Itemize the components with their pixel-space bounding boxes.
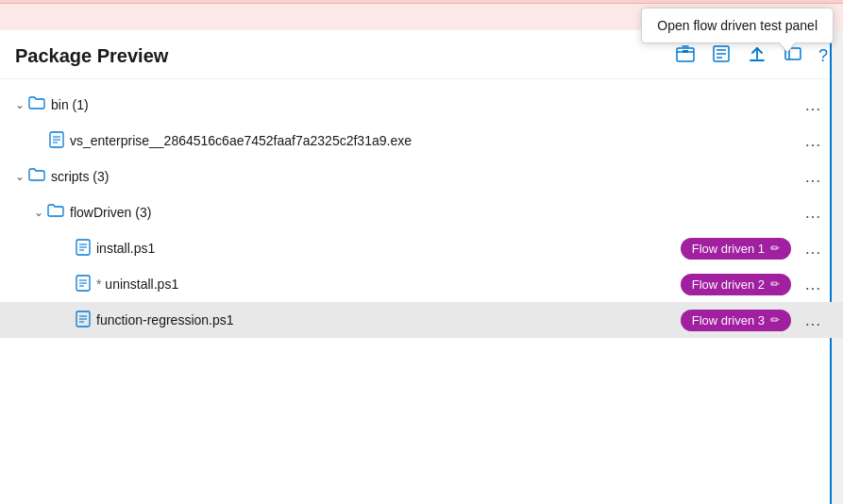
flow-driven-badge-3[interactable]: Flow driven 3 ✏ bbox=[681, 310, 791, 331]
tooltip-text: Open flow driven test panel bbox=[657, 18, 818, 33]
badge-edit-icon[interactable]: ✏ bbox=[770, 242, 780, 255]
badge-label: Flow driven 3 bbox=[692, 313, 765, 328]
expand-icon[interactable]: ⌄ bbox=[34, 206, 43, 219]
tree-item-label: bin (1) bbox=[51, 97, 791, 112]
tree-row: ⌄ flowDriven (3) … bbox=[0, 194, 843, 230]
tree-row: function-regression.ps1 Flow driven 3 ✏ … bbox=[0, 302, 843, 338]
tree-item-label: * uninstall.ps1 bbox=[96, 277, 673, 292]
tree-row: vs_enterprise__2864516c6ae7452faaf7a2325… bbox=[0, 123, 843, 159]
context-menu-button[interactable]: … bbox=[799, 165, 828, 189]
folder-icon bbox=[28, 95, 45, 114]
flow-driven-badge-2[interactable]: Flow driven 2 ✏ bbox=[681, 274, 791, 295]
tree-item-label: scripts (3) bbox=[51, 169, 791, 184]
context-menu-button[interactable]: … bbox=[799, 273, 828, 296]
badge-edit-icon[interactable]: ✏ bbox=[770, 277, 780, 291]
context-menu-button[interactable]: … bbox=[799, 201, 828, 225]
tree-row: install.ps1 Flow driven 1 ✏ … bbox=[0, 230, 843, 266]
tree-row: ⌄ scripts (3) … bbox=[0, 159, 843, 194]
tooltip: Open flow driven test panel bbox=[641, 8, 834, 43]
file-icon bbox=[49, 131, 64, 151]
help-icon[interactable]: ? bbox=[818, 46, 828, 66]
expand-icon[interactable]: ⌄ bbox=[15, 98, 25, 111]
flow-driven-badge-1[interactable]: Flow driven 1 ✏ bbox=[681, 238, 791, 260]
top-pink-text bbox=[11, 10, 15, 25]
tree-item-label: vs_enterprise__2864516c6ae7452faaf7a2325… bbox=[70, 133, 791, 148]
context-menu-button[interactable]: … bbox=[799, 93, 828, 117]
page-title: Package Preview bbox=[15, 45, 675, 67]
upload-icon[interactable] bbox=[747, 43, 767, 69]
tree-row: * uninstall.ps1 Flow driven 2 ✏ … bbox=[0, 266, 843, 302]
context-menu-button[interactable]: … bbox=[799, 309, 828, 332]
expand-icon[interactable]: ⌄ bbox=[15, 170, 25, 183]
file-icon bbox=[76, 311, 91, 330]
tree-item-label: flowDriven (3) bbox=[70, 205, 791, 220]
context-menu-button[interactable]: … bbox=[799, 129, 828, 153]
package-icon[interactable] bbox=[675, 43, 696, 69]
context-menu-button[interactable]: … bbox=[799, 237, 828, 260]
tree-item-label: function-regression.ps1 bbox=[96, 312, 673, 328]
list-icon[interactable] bbox=[711, 43, 732, 69]
badge-label: Flow driven 2 bbox=[692, 277, 765, 292]
badge-edit-icon[interactable]: ✏ bbox=[770, 313, 780, 327]
file-icon bbox=[76, 275, 91, 294]
tree-row: ⌄ bin (1) … bbox=[0, 87, 843, 123]
badge-label: Flow driven 1 bbox=[692, 242, 765, 256]
header-toolbar: ? bbox=[675, 43, 828, 69]
modified-marker: * bbox=[96, 277, 105, 292]
folder-icon bbox=[47, 203, 64, 222]
tree-item-label: install.ps1 bbox=[96, 241, 673, 256]
folder-icon bbox=[28, 167, 45, 186]
file-icon bbox=[76, 239, 91, 259]
package-tree: ⌄ bin (1) … vs_enterprise__2864516c6ae74… bbox=[0, 79, 843, 345]
svg-rect-1 bbox=[683, 50, 688, 53]
